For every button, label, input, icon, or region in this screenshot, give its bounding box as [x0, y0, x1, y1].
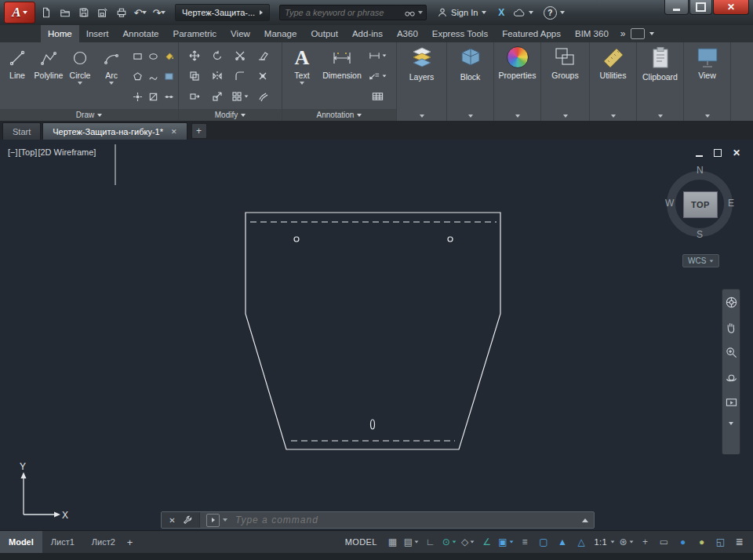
- ribbon-panel-clipboard[interactable]: Clipboard: [637, 42, 684, 121]
- explode-button[interactable]: [251, 66, 274, 86]
- polyline-button[interactable]: Polyline: [33, 44, 64, 80]
- drawing-restore-icon[interactable]: [714, 149, 722, 157]
- table-button[interactable]: [366, 86, 388, 107]
- save-as-button[interactable]: [95, 5, 111, 20]
- gradient-button[interactable]: [161, 66, 176, 86]
- application-menu-button[interactable]: A: [4, 2, 35, 24]
- help-search-box[interactable]: [279, 5, 427, 20]
- close-icon[interactable]: ✕: [169, 516, 175, 525]
- ortho-mode-toggle[interactable]: ∟: [421, 533, 439, 551]
- drawing-close-icon[interactable]: ✕: [733, 147, 740, 158]
- selection-cycling-toggle[interactable]: ▢: [535, 533, 553, 551]
- steering-wheel-button[interactable]: [723, 293, 739, 311]
- drawing-geometry[interactable]: [246, 213, 500, 449]
- ribbon-panel-groups[interactable]: Groups: [541, 42, 590, 121]
- pan-button[interactable]: [723, 318, 739, 336]
- model-space-toggle[interactable]: MODEL: [340, 537, 383, 547]
- autodesk-360-button[interactable]: [511, 5, 526, 20]
- text-button[interactable]: A Text: [284, 44, 320, 85]
- draw-panel-label[interactable]: Draw: [0, 109, 178, 121]
- ribbon-tab-manage[interactable]: Manage: [257, 25, 304, 42]
- sign-in-button[interactable]: Sign In: [438, 8, 486, 17]
- show-motion-button[interactable]: [723, 393, 739, 412]
- help-button[interactable]: ?: [543, 5, 557, 20]
- offset-button[interactable]: [251, 86, 274, 107]
- chevron-down-icon[interactable]: [223, 518, 227, 522]
- new-layout-button[interactable]: +: [127, 536, 133, 548]
- file-tab-drawing[interactable]: Чертеж-Защита-на-гибку-1* ✕: [42, 122, 187, 140]
- ribbon-minimize-icon[interactable]: [631, 28, 645, 39]
- undo-button[interactable]: ↶: [133, 5, 148, 20]
- recent-commands-button[interactable]: [206, 514, 220, 527]
- layout-tab-model[interactable]: Model: [0, 531, 42, 554]
- copy-button[interactable]: [183, 66, 206, 86]
- drawing-minimize-icon[interactable]: [696, 155, 703, 157]
- binoculars-icon[interactable]: [405, 9, 415, 17]
- ribbon-tab-a360[interactable]: A360: [390, 25, 425, 42]
- ribbon-panel-properties[interactable]: Properties: [494, 42, 541, 121]
- annotation-scale-button[interactable]: 1:1: [591, 533, 617, 551]
- chevron-down-icon[interactable]: [611, 115, 616, 118]
- chevron-down-icon[interactable]: [420, 115, 424, 118]
- line-button[interactable]: Line: [2, 44, 33, 80]
- orbit-button[interactable]: [723, 368, 739, 387]
- minimize-button[interactable]: [664, 0, 689, 15]
- hatch-button[interactable]: [161, 45, 176, 66]
- ribbon-panel-block[interactable]: Block: [447, 42, 494, 121]
- chevron-down-icon[interactable]: [658, 115, 663, 118]
- plot-button[interactable]: [114, 5, 129, 20]
- erase-button[interactable]: [251, 45, 274, 66]
- command-collapse-icon[interactable]: [582, 518, 588, 522]
- layout-tab-list2[interactable]: Лист2: [83, 531, 124, 554]
- array-button[interactable]: [228, 86, 251, 107]
- isolate-objects-button[interactable]: ●: [693, 533, 711, 551]
- viewcube-north[interactable]: N: [697, 165, 704, 176]
- command-line[interactable]: ✕: [161, 511, 595, 529]
- annotation-autoscale-toggle[interactable]: △: [573, 533, 591, 551]
- viewport-visual-style-control[interactable]: [2D Wireframe]: [38, 147, 96, 157]
- snap-mode-toggle[interactable]: ▤: [402, 533, 420, 551]
- chevron-down-icon[interactable]: [515, 115, 520, 118]
- tab-overflow-button[interactable]: »: [620, 28, 626, 39]
- mirror-button[interactable]: [206, 66, 228, 86]
- document-title-dropdown[interactable]: Чертеж-Защита-...: [175, 4, 270, 21]
- zoom-button[interactable]: [723, 343, 739, 362]
- trim-button[interactable]: [228, 45, 251, 66]
- stretch-button[interactable]: [183, 86, 206, 107]
- ribbon-tab-home[interactable]: Home: [41, 25, 79, 42]
- polygon-button[interactable]: [129, 66, 145, 86]
- polar-tracking-toggle[interactable]: ⊙: [440, 533, 458, 551]
- grid-display-toggle[interactable]: ▦: [384, 533, 402, 551]
- ribbon-tab-output[interactable]: Output: [304, 25, 345, 42]
- units-tray-button[interactable]: ▭: [655, 533, 673, 551]
- clean-screen-toggle[interactable]: ◱: [711, 533, 729, 551]
- redo-button[interactable]: ↷: [151, 5, 167, 20]
- navbar-menu-button[interactable]: [723, 418, 739, 429]
- modify-panel-label[interactable]: Modify: [179, 109, 282, 121]
- ribbon-panel-view[interactable]: View: [684, 42, 731, 121]
- workspace-switching-button[interactable]: ⊛: [617, 533, 635, 551]
- circle-button[interactable]: Circle: [64, 44, 96, 85]
- ribbon-panel-layers[interactable]: Layers: [397, 42, 447, 121]
- chevron-down-icon[interactable]: [563, 115, 568, 118]
- chevron-down-icon[interactable]: [418, 11, 423, 14]
- ribbon-tab-featured-apps[interactable]: Featured Apps: [495, 25, 568, 42]
- customization-menu-button[interactable]: ≣: [730, 533, 748, 551]
- search-input[interactable]: [283, 7, 402, 18]
- chevron-down-icon[interactable]: [705, 115, 710, 118]
- point-button[interactable]: [129, 86, 145, 107]
- viewcube-south[interactable]: S: [697, 229, 703, 240]
- exchange-apps-button[interactable]: X: [494, 5, 508, 20]
- layout-tab-list1[interactable]: Лист1: [42, 531, 83, 554]
- graphics-performance-toggle[interactable]: ●: [674, 533, 692, 551]
- osnap-tracking-toggle[interactable]: ∠: [478, 533, 496, 551]
- annotation-panel-label[interactable]: Annotation: [282, 109, 396, 121]
- new-drawing-tab-button[interactable]: +: [191, 123, 207, 139]
- ribbon-panel-utilities[interactable]: Utilities: [590, 42, 637, 121]
- annotation-visibility-toggle[interactable]: ▲: [554, 533, 572, 551]
- close-tab-icon[interactable]: ✕: [171, 128, 177, 136]
- leader-button[interactable]: [366, 66, 388, 86]
- new-file-button[interactable]: [38, 5, 54, 20]
- chevron-down-icon[interactable]: [468, 115, 473, 118]
- ribbon-tab-insert[interactable]: Insert: [79, 25, 116, 42]
